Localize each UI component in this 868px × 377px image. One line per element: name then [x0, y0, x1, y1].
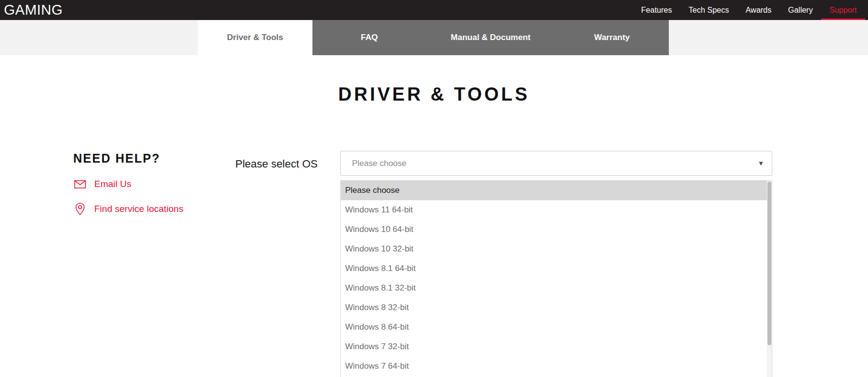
need-help-panel: NEED HELP? Email Us Find service locatio…	[73, 151, 184, 215]
os-option-windows-8-32[interactable]: Windows 8 32-bit	[341, 298, 767, 317]
dropdown-scrollbar-thumb[interactable]	[767, 182, 771, 345]
top-nav-links: Features Tech Specs Awards Gallery Suppo…	[633, 0, 868, 20]
nav-item-gallery[interactable]: Gallery	[780, 0, 821, 20]
tab-driver-tools[interactable]: Driver & Tools	[198, 20, 312, 55]
find-service-locations-link[interactable]: Find service locations	[73, 203, 184, 215]
nav-item-tech-specs[interactable]: Tech Specs	[680, 0, 737, 20]
location-pin-icon	[73, 203, 87, 215]
os-option-windows-81-32[interactable]: Windows 8.1 32-bit	[341, 278, 767, 298]
nav-item-awards[interactable]: Awards	[737, 0, 780, 20]
os-option-windows-10-32[interactable]: Windows 10 32-bit	[341, 239, 767, 259]
os-option-windows-8-64[interactable]: Windows 8 64-bit	[341, 317, 767, 337]
os-select-value: Please choose	[352, 159, 407, 168]
support-tabs: Driver & Tools FAQ Manual & Document War…	[198, 20, 669, 55]
os-option-windows-11-64[interactable]: Windows 11 64-bit	[341, 200, 767, 220]
email-icon	[73, 180, 87, 188]
chevron-down-icon: ▼	[758, 160, 764, 167]
top-navbar: GAMING Features Tech Specs Awards Galler…	[0, 0, 868, 20]
find-service-locations-label: Find service locations	[94, 204, 184, 214]
os-select-dropdown[interactable]: Please choose ▼	[340, 151, 772, 176]
dropdown-scrollbar[interactable]	[767, 181, 772, 377]
page-title: DRIVER & TOOLS	[0, 84, 868, 105]
nav-item-support[interactable]: Support	[821, 0, 865, 20]
brand-title: GAMING	[0, 0, 63, 20]
tab-faq[interactable]: FAQ	[312, 20, 426, 55]
email-us-label: Email Us	[94, 179, 131, 189]
nav-item-features[interactable]: Features	[633, 0, 680, 20]
email-us-link[interactable]: Email Us	[73, 179, 184, 189]
page: GAMING Features Tech Specs Awards Galler…	[0, 0, 868, 377]
os-select-label: Please select OS	[235, 158, 318, 170]
os-option-please-choose[interactable]: Please choose	[341, 181, 767, 200]
os-option-windows-81-64[interactable]: Windows 8.1 64-bit	[341, 259, 767, 278]
tab-warranty[interactable]: Warranty	[555, 20, 669, 55]
support-tabstrip: Driver & Tools FAQ Manual & Document War…	[0, 20, 868, 55]
tab-manual-document[interactable]: Manual & Document	[426, 20, 555, 55]
os-option-windows-10-64[interactable]: Windows 10 64-bit	[341, 220, 767, 239]
os-options-list: Please choose Windows 11 64-bit Windows …	[340, 180, 772, 377]
os-option-windows-7-64[interactable]: Windows 7 64-bit	[341, 356, 767, 376]
need-help-heading: NEED HELP?	[73, 151, 184, 166]
os-option-windows-7-32[interactable]: Windows 7 32-bit	[341, 337, 767, 356]
